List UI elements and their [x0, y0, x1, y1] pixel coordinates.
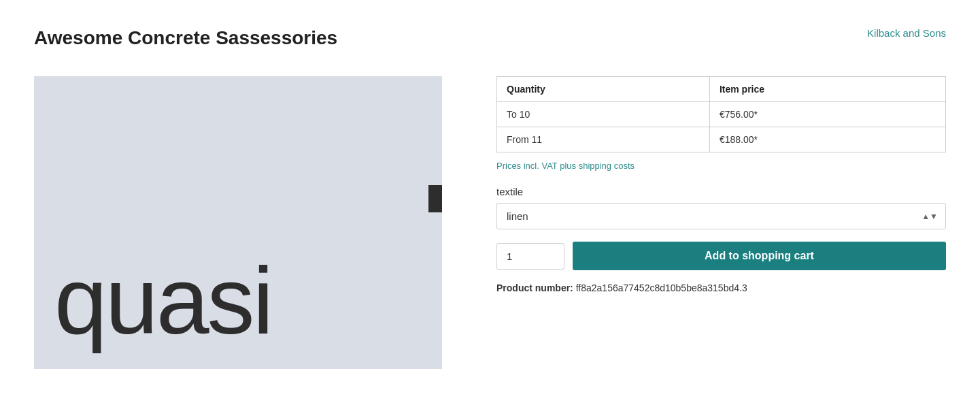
product-image-text: quasi — [54, 253, 272, 349]
product-image-badge — [428, 185, 442, 212]
col-quantity-header: Quantity — [497, 77, 710, 102]
product-image: quasi — [34, 76, 442, 369]
pricing-price-0: €756.00* — [709, 102, 945, 127]
pricing-quantity-0: To 10 — [497, 102, 710, 127]
product-content: quasi Quantity Item price To 10 €756.00*… — [34, 76, 946, 369]
col-price-header: Item price — [709, 77, 945, 102]
add-to-cart-row: Add to shopping cart — [496, 242, 946, 270]
vat-note: Prices incl. VAT plus shipping costs — [496, 161, 946, 171]
pricing-row: To 10 €756.00* — [497, 102, 946, 127]
page-header: Awesome Concrete Sassessories Kilback an… — [34, 27, 946, 49]
product-number-value: ff8a2a156a77452c8d10b5be8a315bd4.3 — [576, 282, 747, 293]
textile-select[interactable]: linencottonsilk — [496, 203, 946, 229]
product-details: Quantity Item price To 10 €756.00* From … — [496, 76, 946, 293]
product-number: Product number: ff8a2a156a77452c8d10b5be… — [496, 282, 946, 293]
pricing-row: From 11 €188.00* — [497, 127, 946, 152]
textile-select-wrapper: linencottonsilk ▲▼ — [496, 203, 946, 229]
quantity-input-wrapper — [496, 243, 564, 270]
page-wrapper: Awesome Concrete Sassessories Kilback an… — [0, 0, 980, 396]
pricing-table: Quantity Item price To 10 €756.00* From … — [496, 76, 946, 152]
product-number-label: Product number: — [496, 282, 573, 293]
textile-label: textile — [496, 186, 946, 197]
quantity-input[interactable] — [496, 243, 564, 270]
add-to-cart-button[interactable]: Add to shopping cart — [573, 242, 946, 270]
product-title: Awesome Concrete Sassessories — [34, 27, 337, 49]
pricing-price-1: €188.00* — [709, 127, 945, 152]
pricing-quantity-1: From 11 — [497, 127, 710, 152]
company-link[interactable]: Kilback and Sons — [867, 27, 946, 39]
